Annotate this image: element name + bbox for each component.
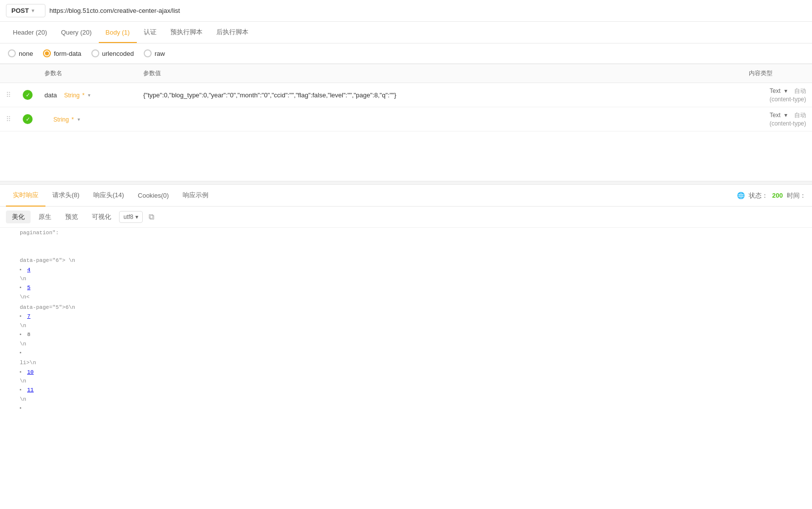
view-tab-raw[interactable]: 原生 (33, 211, 57, 223)
response-tab-req-headers[interactable]: 请求头(8) (45, 185, 86, 207)
line-content: li>\n10\n11\n (20, 358, 812, 413)
row1-text-type[interactable]: Text ▾ (770, 87, 787, 94)
row2-text-type[interactable]: Text ▾ (770, 112, 787, 119)
radio-form-data-label: form-data (54, 50, 81, 57)
method-chevron-icon: ▾ (32, 8, 34, 13)
url-bar: POST ▾ (0, 0, 812, 22)
row2-name-cell: String * ▾ (39, 107, 137, 131)
json-line: data-page="5">6\n7\n8\n (0, 302, 812, 358)
row1-type-badge[interactable]: String * ▾ (64, 92, 91, 99)
copy-icon[interactable]: ⧉ (149, 212, 154, 221)
param-row-2: ⠿ ✓ String * ▾ Text ▾ 自动(content-type) (0, 107, 812, 131)
response-tab-cookies[interactable]: Cookies(0) (131, 186, 176, 206)
radio-raw[interactable]: raw (144, 49, 165, 57)
drag-handle-2[interactable]: ⠿ (6, 115, 11, 123)
json-line: li>\n10\n11\n (0, 358, 812, 413)
response-tab-examples[interactable]: 响应示例 (176, 185, 215, 207)
json-viewer: pagination": data-page="6"> \n4\n5\n<dat… (0, 228, 812, 416)
radio-urlencoded-label: urlencoded (102, 50, 134, 57)
view-tab-beautify[interactable]: 美化 (6, 211, 31, 223)
row1-value[interactable]: {"type":0,"blog_type":0,"year":"0","mont… (137, 83, 743, 107)
radio-raw-label: raw (155, 50, 165, 57)
method-label: POST (11, 7, 29, 14)
row1-enabled-icon[interactable]: ✓ (23, 90, 33, 100)
tab-pre-script[interactable]: 预执行脚本 (163, 22, 209, 43)
line-content: pagination": (20, 228, 812, 255)
body-type-row: none form-data urlencoded raw (0, 43, 812, 64)
line-content: data-page="6"> \n4\n5\n< (20, 256, 812, 302)
status-info: 🌐 状态： 200 时间： (737, 191, 806, 200)
view-tabs: 美化 原生 预览 可视化 utf8 ▾ ⧉ (0, 207, 812, 228)
tab-auth[interactable]: 认证 (137, 22, 163, 43)
radio-none-label: none (19, 50, 33, 57)
tab-body[interactable]: Body (1) (99, 23, 137, 43)
tab-query[interactable]: Query (20) (54, 23, 98, 43)
response-tab-realtime[interactable]: 实时响应 (6, 185, 45, 207)
url-input[interactable] (49, 5, 806, 16)
radio-form-data[interactable]: form-data (43, 49, 81, 57)
tab-header[interactable]: Header (20) (6, 23, 54, 43)
radio-raw-circle (144, 49, 152, 57)
row2-value[interactable] (137, 107, 743, 131)
radio-urlencoded[interactable]: urlencoded (91, 49, 134, 57)
json-line: pagination": (0, 228, 812, 255)
radio-urlencoded-circle (91, 49, 99, 57)
request-tabs: Header (20) Query (20) Body (1) 认证 预执行脚本… (0, 22, 812, 43)
encoding-label: utf8 (123, 213, 133, 220)
drag-handle-1[interactable]: ⠿ (6, 91, 11, 99)
radio-none[interactable]: none (8, 49, 33, 57)
params-table: 参数名 参数值 内容类型 ⠿ ✓ data String * ▾ {"type"… (0, 64, 812, 131)
view-tab-visual[interactable]: 可视化 (86, 211, 117, 223)
empty-space (0, 131, 812, 181)
line-content: data-page="8"> \n\n (20, 414, 812, 416)
row1-name: data (44, 91, 57, 99)
status-label: 状态： (749, 191, 768, 200)
col-header-name: 参数名 (39, 64, 137, 83)
col-header-value: 参数值 (137, 64, 743, 83)
line-content: data-page="5">6\n7\n8\n (20, 303, 812, 357)
section-divider (0, 181, 812, 185)
radio-none-circle (8, 49, 16, 57)
encoding-chevron-icon: ▾ (135, 213, 138, 220)
time-label: 时间： (787, 191, 806, 200)
encoding-select[interactable]: utf8 ▾ (119, 211, 143, 223)
response-tabs: 实时响应 请求头(8) 响应头(14) Cookies(0) 响应示例 🌐 状态… (0, 185, 812, 207)
globe-icon: 🌐 (737, 192, 745, 199)
view-tab-preview[interactable]: 预览 (59, 211, 84, 223)
json-line: data-page="6"> \n4\n5\n< (0, 255, 812, 302)
param-row-1: ⠿ ✓ data String * ▾ {"type":0,"blog_type… (0, 83, 812, 107)
method-select[interactable]: POST ▾ (6, 4, 45, 17)
col-header-content-type: 内容类型 (743, 64, 812, 83)
tab-post-script[interactable]: 后执行脚本 (209, 22, 255, 43)
response-tab-res-headers[interactable]: 响应头(14) (86, 185, 131, 207)
radio-form-data-circle (43, 49, 51, 57)
row2-type-badge[interactable]: String * ▾ (53, 116, 80, 123)
json-line: data-page="8"> \n\n (0, 414, 812, 416)
status-code: 200 (772, 192, 783, 199)
row2-enabled-icon[interactable]: ✓ (23, 114, 33, 124)
row1-name-cell: data String * ▾ (39, 83, 137, 107)
